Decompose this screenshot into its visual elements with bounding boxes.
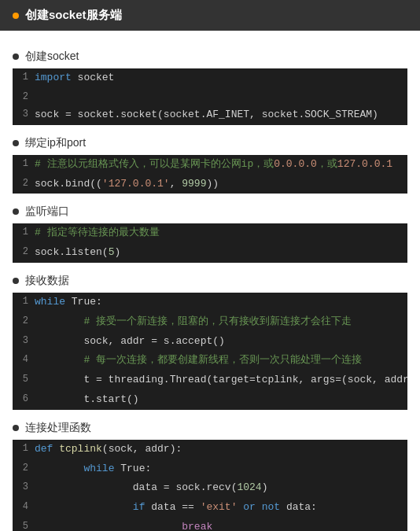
line-number: 5 bbox=[13, 371, 35, 388]
code-block-receive-data: 1while True:2 # 接受一个新连接，阻塞的，只有接收到新连接才会往下… bbox=[13, 293, 407, 410]
line-content: break bbox=[35, 518, 407, 531]
page-container: 创建socket服务端 创建socket1import socket23sock… bbox=[0, 0, 420, 531]
code-line: 3sock = socket.socket(socket.AF_INET, so… bbox=[13, 105, 407, 125]
code-block-listen-port: 1# 指定等待连接的最大数量2sock.listen(5) bbox=[13, 223, 407, 263]
line-number: 2 bbox=[13, 88, 35, 105]
code-block-create-socket: 1import socket23sock = socket.socket(soc… bbox=[13, 68, 407, 125]
line-number: 2 bbox=[13, 175, 35, 192]
code-line: 5 break bbox=[13, 518, 407, 531]
section-title-receive-data: 接收数据 bbox=[13, 274, 407, 288]
line-number: 4 bbox=[13, 351, 35, 368]
line-content: while True: bbox=[35, 293, 407, 312]
line-number: 1 bbox=[13, 155, 35, 172]
line-content: def tcplink(sock, addr): bbox=[35, 440, 407, 459]
line-number: 2 bbox=[13, 312, 35, 330]
line-content: t.start() bbox=[35, 390, 407, 410]
code-line: 4 # 每一次连接，都要创建新线程，否则一次只能处理一个连接 bbox=[13, 351, 407, 371]
line-number: 2 bbox=[13, 459, 35, 477]
line-number: 4 bbox=[13, 498, 35, 515]
line-content: # 每一次连接，都要创建新线程，否则一次只能处理一个连接 bbox=[35, 351, 407, 371]
line-number: 3 bbox=[13, 105, 35, 123]
code-line: 1while True: bbox=[13, 293, 407, 312]
code-line: 2sock.listen(5) bbox=[13, 243, 407, 263]
code-line: 2sock.bind(('127.0.0.1', 9999)) bbox=[13, 175, 407, 194]
code-line: 6 t.start() bbox=[13, 390, 407, 410]
line-content: import socket bbox=[35, 68, 407, 88]
section-title-bind-ip-port: 绑定ip和port bbox=[13, 136, 407, 150]
section-label: 创建socket bbox=[25, 50, 79, 64]
section-label: 接收数据 bbox=[25, 274, 69, 288]
bullet-icon bbox=[13, 140, 19, 146]
line-number: 1 bbox=[13, 68, 35, 86]
code-line: 1import socket bbox=[13, 68, 407, 88]
line-content: sock.bind(('127.0.0.1', 9999)) bbox=[35, 175, 407, 194]
line-number: 1 bbox=[13, 223, 35, 241]
page-header: 创建socket服务端 bbox=[0, 0, 420, 31]
bullet-icon bbox=[13, 278, 19, 284]
code-line: 2 bbox=[13, 88, 407, 105]
line-content: # 指定等待连接的最大数量 bbox=[35, 223, 407, 243]
line-content bbox=[35, 88, 407, 91]
bullet-icon bbox=[13, 425, 19, 431]
section-title-create-socket: 创建socket bbox=[13, 50, 407, 64]
header-title: 创建socket服务端 bbox=[25, 8, 122, 23]
code-line: 1# 注意以元组格式传入，可以是某网卡的公网ip，或0.0.0.0，或127.0… bbox=[13, 155, 407, 175]
bullet-icon bbox=[13, 208, 19, 215]
line-content: # 接受一个新连接，阻塞的，只有接收到新连接才会往下走 bbox=[35, 312, 407, 332]
header-dot bbox=[13, 13, 19, 19]
code-block-bind-ip-port: 1# 注意以元组格式传入，可以是某网卡的公网ip，或0.0.0.0，或127.0… bbox=[13, 155, 407, 194]
code-line: 2 # 接受一个新连接，阻塞的，只有接收到新连接才会往下走 bbox=[13, 312, 407, 332]
code-block-connection-handler: 1def tcplink(sock, addr):2 while True:3 … bbox=[13, 440, 407, 531]
line-content: sock, addr = s.accept() bbox=[35, 332, 407, 352]
line-content: while True: bbox=[35, 459, 407, 479]
code-line: 3 sock, addr = s.accept() bbox=[13, 332, 407, 352]
content-area: 创建socket1import socket23sock = socket.so… bbox=[0, 31, 420, 531]
code-line: 3 data = sock.recv(1024) bbox=[13, 478, 407, 498]
section-label: 连接处理函数 bbox=[25, 421, 91, 435]
code-line: 1# 指定等待连接的最大数量 bbox=[13, 223, 407, 243]
section-title-listen-port: 监听端口 bbox=[13, 205, 407, 219]
line-content: if data == 'exit' or not data: bbox=[35, 498, 407, 518]
line-number: 3 bbox=[13, 332, 35, 349]
line-number: 2 bbox=[13, 243, 35, 260]
line-number: 1 bbox=[13, 440, 35, 457]
code-line: 4 if data == 'exit' or not data: bbox=[13, 498, 407, 518]
line-content: sock = socket.socket(socket.AF_INET, soc… bbox=[35, 105, 407, 125]
code-line: 2 while True: bbox=[13, 459, 407, 479]
code-line: 1def tcplink(sock, addr): bbox=[13, 440, 407, 459]
line-content: # 注意以元组格式传入，可以是某网卡的公网ip，或0.0.0.0，或127.0.… bbox=[35, 155, 407, 175]
line-number: 6 bbox=[13, 390, 35, 407]
line-content: sock.listen(5) bbox=[35, 243, 407, 263]
line-content: data = sock.recv(1024) bbox=[35, 478, 407, 498]
line-number: 3 bbox=[13, 478, 35, 496]
line-number: 5 bbox=[13, 518, 35, 531]
line-number: 1 bbox=[13, 293, 35, 310]
section-label: 监听端口 bbox=[25, 205, 69, 219]
code-line: 5 t = threading.Thread(target=tcplink, a… bbox=[13, 371, 407, 390]
section-label: 绑定ip和port bbox=[25, 136, 86, 150]
line-content: t = threading.Thread(target=tcplink, arg… bbox=[35, 371, 407, 390]
bullet-icon bbox=[13, 53, 19, 60]
section-title-connection-handler: 连接处理函数 bbox=[13, 421, 407, 435]
